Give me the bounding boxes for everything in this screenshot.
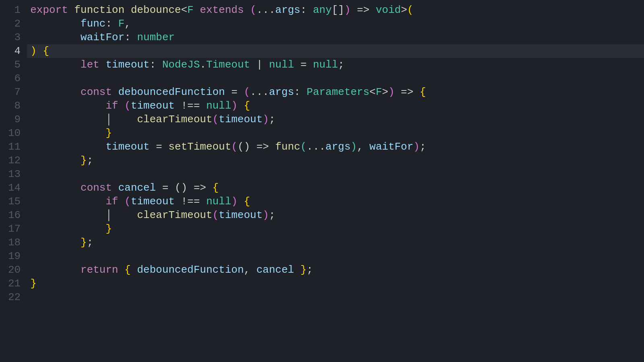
- line-number-5: 5: [8, 58, 21, 72]
- code-line-6: [27, 72, 644, 85]
- code-line-10: }: [27, 126, 644, 140]
- code-line-20: return { debouncedFunction, cancel };: [27, 263, 644, 277]
- code-line-7: const debouncedFunction = (...args: Para…: [27, 85, 644, 99]
- line-number-20: 20: [8, 263, 21, 277]
- line-number-22: 22: [8, 290, 21, 304]
- code-line-12: };: [27, 154, 644, 167]
- line-numbers: 1 2 3 4 5 6 7 8 9 10 11 12 13 14 15 16 1…: [0, 0, 27, 362]
- line-number-1: 1: [8, 3, 21, 17]
- line-number-19: 19: [8, 249, 21, 263]
- code-line-9: │ clearTimeout(timeout);: [27, 113, 644, 126]
- code-line-11: timeout = setTimeout(() => func(...args)…: [27, 140, 644, 154]
- code-content: export function debounce<F extends (...a…: [27, 0, 644, 362]
- code-line-17: }: [27, 222, 644, 236]
- line-number-4: 4: [8, 44, 21, 58]
- code-line-14: const cancel = () => {: [27, 181, 644, 195]
- line-number-17: 17: [8, 222, 21, 236]
- line-number-14: 14: [8, 181, 21, 195]
- line-number-3: 3: [8, 31, 21, 44]
- line-number-18: 18: [8, 236, 21, 249]
- line-number-15: 15: [8, 195, 21, 208]
- code-line-1: export function debounce<F extends (...a…: [27, 3, 644, 17]
- line-number-9: 9: [8, 113, 21, 126]
- code-line-18: };: [27, 236, 644, 249]
- code-editor: 1 2 3 4 5 6 7 8 9 10 11 12 13 14 15 16 1…: [0, 0, 644, 362]
- line-number-7: 7: [8, 85, 21, 99]
- code-line-21: }: [27, 277, 644, 290]
- line-number-6: 6: [8, 72, 21, 85]
- line-number-12: 12: [8, 154, 21, 167]
- line-number-10: 10: [8, 126, 21, 140]
- code-line-2: func: F,: [27, 17, 644, 31]
- line-number-21: 21: [8, 277, 21, 290]
- code-line-5: let timeout: NodeJS.Timeout | null = nul…: [27, 58, 644, 72]
- code-line-15: if (timeout !== null) {: [27, 195, 644, 208]
- code-line-16: │ clearTimeout(timeout);: [27, 208, 644, 222]
- line-number-11: 11: [8, 140, 21, 154]
- line-number-16: 16: [8, 208, 21, 222]
- line-number-8: 8: [8, 99, 21, 113]
- line-number-13: 13: [8, 167, 21, 181]
- code-line-4: ) {: [27, 44, 644, 58]
- code-line-3: waitFor: number: [27, 31, 644, 44]
- line-number-2: 2: [8, 17, 21, 31]
- code-line-22: [27, 290, 644, 304]
- code-line-13: [27, 167, 644, 181]
- code-line-19: [27, 249, 644, 263]
- code-line-8: if (timeout !== null) {: [27, 99, 644, 113]
